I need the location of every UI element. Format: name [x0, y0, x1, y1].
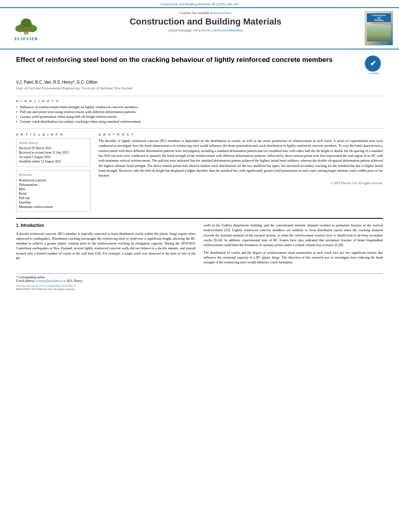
elsevier-tree-icon — [10, 16, 42, 36]
copyright-line: © 2015 Elsevier Ltd. All rights reserved… — [99, 181, 383, 185]
footnote-email: E-mail address: rs.henry@auckland.ac.nz … — [16, 279, 383, 283]
affiliation-line: Dept. of Civil and Environmental Enginee… — [16, 86, 383, 90]
article-title-section: Effect of reinforcing steel bond on the … — [16, 55, 383, 77]
journal-cover-section: Construction and Building MATERIALS — [363, 11, 395, 45]
journal-center-info: Contents lists available at ScienceDirec… — [48, 11, 363, 45]
available-online-date: Available online 12 August 2015 — [19, 160, 88, 163]
footer-doi: http://dx.doi.org/10.1016/j.conbuildmat.… — [16, 284, 383, 291]
journal-homepage: journal homepage: www.elsevier.com/locat… — [52, 29, 359, 32]
article-info-abstract: A R T I C L E I N F O Article history: R… — [16, 133, 383, 212]
body-two-col: 1. Introduction A ductile reinforced con… — [16, 223, 383, 267]
contents-availability: Contents lists available at ScienceDirec… — [52, 11, 359, 15]
keyword-item: Minimum reinforcement — [19, 205, 88, 209]
body-divider — [16, 218, 383, 219]
crossmark-label: CrossMark — [365, 72, 383, 74]
highlight-item: Influence of reinforcement bond strength… — [16, 105, 383, 109]
intro-paragraph-1: A ductile reinforced concrete (RC) membe… — [16, 231, 195, 261]
highlight-item: Greater yield penetration when using hal… — [16, 115, 383, 119]
journal-url[interactable]: www.elsevier.com/locate/conbuildmat — [193, 29, 243, 32]
highlights-section: H I G H L I G H T S Influence of reinfor… — [16, 99, 383, 123]
article-info-label: A R T I C L E I N F O — [16, 133, 90, 136]
article-history-box: Article history: Received 20 March 2015 … — [16, 138, 90, 167]
divider-2 — [16, 128, 383, 129]
body-col-right: walls in the Gallery Apartments building… — [204, 223, 383, 267]
divider-1 — [16, 96, 383, 96]
journal-header: ELSEVIER Contents lists available at Sci… — [0, 7, 399, 49]
svg-point-5 — [21, 26, 23, 28]
article-title: Effect of reinforcing steel bond on the … — [16, 55, 357, 64]
keyword-item: Ductility — [19, 200, 88, 204]
journal-title: Construction and Building Materials — [52, 16, 359, 27]
email-link[interactable]: rs.henry@auckland.ac.nz — [36, 279, 66, 283]
highlight-item: Greater crack distribution (secondary cr… — [16, 119, 383, 123]
intro-heading: 1. Introduction — [16, 223, 195, 229]
intro-paragraph-3: The distribution of cracks and the degre… — [204, 250, 383, 265]
elsevier-brand: ELSEVIER — [14, 37, 38, 41]
keywords-label: Keywords: — [19, 173, 88, 177]
footnote-corresponding: * Corresponding author. — [16, 275, 383, 279]
elsevier-logo-section: ELSEVIER — [4, 11, 48, 45]
issn-line: 0950-0618/© 2015 Elsevier Ltd. All right… — [16, 288, 75, 291]
keyword-item: Bond — [19, 191, 88, 195]
body-col-left: 1. Introduction A ductile reinforced con… — [16, 223, 195, 267]
authors-line: V.J. Patel, B.C. Van, R.S. Henry*, G.C. … — [16, 80, 383, 84]
crossmark-icon: ✔ — [365, 55, 381, 72]
cover-title-text: Construction and Building — [367, 13, 391, 22]
article-info-column: A R T I C L E I N F O Article history: R… — [16, 133, 90, 212]
doi-link[interactable]: http://dx.doi.org/10.1016/j.conbuildmat.… — [16, 284, 75, 288]
journal-citation: Construction and Building Materials 96 (… — [160, 2, 239, 6]
abstract-column: A B S T R A C T The ductility of lightly… — [99, 133, 383, 212]
keyword-item: Pull out — [19, 196, 88, 200]
crossmark-section: ✔ CrossMark — [365, 55, 383, 74]
accepted-date: Accepted 5 August 2015 — [19, 155, 88, 159]
svg-point-6 — [29, 25, 31, 27]
abstract-text: The ductility of lightly reinforced conc… — [99, 138, 383, 178]
received-revised-date: Received in revised form 21 July 2015 — [19, 151, 88, 154]
abstract-label: A B S T R A C T — [99, 133, 383, 136]
main-content: Effect of reinforcing steel bond on the … — [0, 49, 399, 297]
keyword-item: Ribs — [19, 187, 88, 191]
highlight-item: Pull out and prism tests using reinforce… — [16, 110, 383, 114]
cover-materials-text: MATERIALS — [372, 22, 386, 25]
received-date: Received 20 March 2015 — [19, 146, 88, 150]
keywords-box: Keywords: Reinforced concrete Deformatio… — [16, 170, 90, 212]
sciencedirect-link[interactable]: ScienceDirect — [214, 11, 232, 15]
highlights-label: H I G H L I G H T S — [16, 99, 383, 103]
svg-point-7 — [25, 29, 27, 31]
keyword-item: Deformations — [19, 183, 88, 187]
journal-cover-image: Construction and Building MATERIALS — [365, 11, 393, 45]
footnote-section: * Corresponding author. E-mail address: … — [16, 273, 383, 283]
article-history-title: Article history: — [19, 141, 88, 145]
intro-paragraph-2: walls in the Gallery Apartments building… — [204, 223, 383, 248]
keyword-item: Reinforced concrete — [19, 178, 88, 182]
